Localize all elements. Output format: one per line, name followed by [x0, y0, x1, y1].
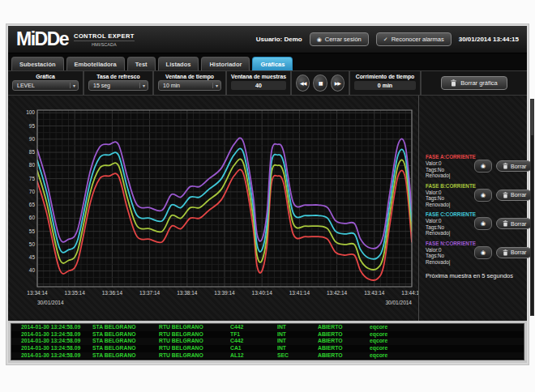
- series-marker-button[interactable]: ◉: [474, 189, 492, 202]
- scrollbar-thumb[interactable]: [531, 100, 533, 135]
- svg-text:50: 50: [29, 241, 36, 247]
- forward-icon: ▶▶: [335, 80, 340, 86]
- log-cell: TF1: [230, 331, 277, 339]
- series-marker-button[interactable]: ◉: [474, 217, 492, 230]
- trend-chart-svg[interactable]: 40455055606570758085909510013:34:1413:35…: [13, 99, 418, 316]
- ventana-tiempo-label: Ventana de tiempo: [158, 73, 221, 80]
- log-cell: ABIERTO: [318, 331, 370, 339]
- acknowledge-alarms-button[interactable]: ✓ Reconocer alarmas: [376, 32, 452, 46]
- grafica-select[interactable]: LEVEL ▾: [12, 80, 79, 91]
- series-marker-button[interactable]: ◉: [474, 246, 492, 259]
- series-tags: Tags:No: [426, 195, 474, 202]
- tab-gráficas[interactable]: Gráficas: [252, 57, 293, 70]
- series-info: FASE A:CORRIENTEValor:0Tags:NoRenovado|: [426, 154, 474, 179]
- main-area: 40455055606570758085909510013:34:1413:35…: [8, 96, 527, 321]
- log-row[interactable]: 2014-01-30 13:24:58.09STA BELGRANORTU BE…: [11, 331, 524, 339]
- log-cell: eqcore: [370, 345, 524, 352]
- tab-listados[interactable]: Listados: [158, 57, 199, 70]
- series-tags: Tags:No: [426, 253, 474, 259]
- series-borrar-button[interactable]: Borrar: [496, 218, 533, 229]
- product-subtitle: HMI/SCADA: [74, 40, 135, 47]
- series-borrar-label: Borrar: [511, 164, 526, 169]
- sidebar-scrollbar[interactable]: [530, 99, 534, 316]
- log-cell: CA1: [230, 345, 277, 352]
- pause-button[interactable]: ▮▮: [313, 75, 327, 92]
- tab-historiador[interactable]: Historiador: [201, 57, 250, 70]
- rewind-button[interactable]: ◀◀: [296, 75, 310, 92]
- corrimiento-cell: Corrimiento de tiempo 0 min: [350, 71, 422, 95]
- ventana-muestras-value: 40: [231, 81, 286, 90]
- series-name: FASE B:CORRIENTE: [426, 183, 474, 190]
- trash-icon: [451, 79, 456, 87]
- log-cell: C442: [230, 324, 277, 331]
- series-info: FASE N:CORRIENTEValor:0Tags:NoRenovado|: [426, 241, 474, 266]
- series-info: FASE C:CORRIENTEValor:0Tags:NoRenovado|: [426, 211, 474, 236]
- series-entry: FASE A:CORRIENTEValor:0Tags:NoRenovado|◉…: [426, 154, 533, 179]
- next-sample-text: Próxima muestra en 5 segundos: [426, 272, 533, 279]
- trash-icon: [503, 163, 508, 169]
- series-borrar-button[interactable]: Borrar: [496, 160, 533, 172]
- series-tags: Tags:No: [426, 224, 474, 231]
- log-row[interactable]: 2014-01-30 13:24:58.09STA BELGRANORTU BE…: [11, 338, 524, 345]
- logout-button-label: Cerrar sesión: [325, 36, 362, 43]
- tab-subestación[interactable]: Subestación: [11, 57, 64, 70]
- acknowledge-alarms-label: Reconocer alarmas: [392, 36, 444, 43]
- svg-text:70: 70: [29, 189, 36, 194]
- ventana-tiempo-select[interactable]: 10 min ▾: [158, 80, 221, 91]
- log-row[interactable]: 2014-01-30 13:24:58.09STA BELGRANORTU BE…: [11, 352, 524, 360]
- log-cell: INT: [277, 338, 318, 345]
- header-datetime: 30/01/2014 13:44:15: [459, 36, 519, 43]
- log-cell: SEC: [277, 352, 318, 360]
- tasa-refresco-select[interactable]: 15 seg ▾: [88, 80, 148, 91]
- svg-text:13:38:14: 13:38:14: [177, 290, 198, 296]
- borrar-grafica-cell: Borrar gráfica: [422, 71, 527, 95]
- log-cell: eqcore: [370, 324, 524, 331]
- log-cell: eqcore: [370, 352, 524, 360]
- target-icon: ◉: [481, 163, 486, 169]
- series-marker-button[interactable]: ◉: [474, 160, 492, 173]
- series-borrar-label: Borrar: [511, 192, 526, 198]
- trend-chart: 40455055606570758085909510013:34:1413:35…: [8, 96, 418, 321]
- pause-icon: ▮▮: [319, 80, 323, 86]
- log-cell: ABIERTO: [318, 352, 370, 360]
- log-row[interactable]: 2014-01-30 13:24:58.09STA BELGRANORTU BE…: [11, 324, 524, 331]
- svg-text:40: 40: [29, 267, 36, 273]
- chevron-down-icon: ▾: [70, 83, 78, 88]
- svg-text:13:42:14: 13:42:14: [327, 290, 348, 296]
- series-renovado: Renovado|: [426, 230, 474, 236]
- series-borrar-button[interactable]: Borrar: [496, 247, 533, 258]
- log-cell: STA BELGRANO: [92, 324, 159, 331]
- grafica-label: Gráfica: [12, 73, 79, 80]
- tab-bar: SubestaciónEmbotelladoraTestListadosHist…: [8, 53, 527, 70]
- log-cell: 2014-01-30 13:24:58.09: [21, 345, 92, 352]
- series-name: FASE C:CORRIENTE: [426, 211, 474, 218]
- tasa-refresco-label: Tasa de refresco: [88, 73, 148, 80]
- brand-logo: MiDDe: [16, 28, 68, 50]
- borrar-grafica-button[interactable]: Borrar gráfica: [441, 76, 507, 90]
- ventana-tiempo-cell: Ventana de tiempo 10 min ▾: [154, 71, 227, 95]
- svg-text:60: 60: [29, 215, 36, 220]
- series-renovado: Renovado|: [426, 259, 474, 266]
- log-cell: eqcore: [370, 338, 524, 345]
- svg-text:13:39:14: 13:39:14: [214, 290, 235, 296]
- forward-button[interactable]: ▶▶: [331, 75, 345, 92]
- tab-test[interactable]: Test: [127, 57, 156, 70]
- log-cell: INT: [277, 324, 318, 331]
- borrar-grafica-label: Borrar gráfica: [460, 79, 497, 87]
- svg-text:13:40:14: 13:40:14: [252, 290, 273, 296]
- log-cell: eqcore: [370, 331, 524, 339]
- trash-icon: [503, 192, 508, 198]
- series-borrar-button[interactable]: Borrar: [496, 190, 533, 201]
- log-cell: 2014-01-30 13:24:58.09: [21, 352, 92, 360]
- series-borrar-label: Borrar: [511, 249, 526, 255]
- svg-text:45: 45: [29, 254, 36, 260]
- series-sidebar: FASE A:CORRIENTEValor:0Tags:NoRenovado|◉…: [418, 96, 535, 321]
- log-cell: ABIERTO: [318, 338, 370, 345]
- logout-button[interactable]: ◉ Cerrar sesión: [310, 32, 369, 46]
- corrimiento-label: Corrimiento de tiempo: [354, 73, 416, 80]
- app-header: MiDDe CONTROL EXPERT HMI/SCADA Usuario: …: [8, 26, 527, 53]
- series-renovado: Renovado|: [426, 173, 474, 179]
- tab-embotelladora[interactable]: Embotelladora: [66, 57, 125, 70]
- series-valor: Valor:0: [426, 190, 474, 196]
- log-row[interactable]: 2014-01-30 13:24:58.09STA BELGRANORTU BE…: [11, 345, 524, 352]
